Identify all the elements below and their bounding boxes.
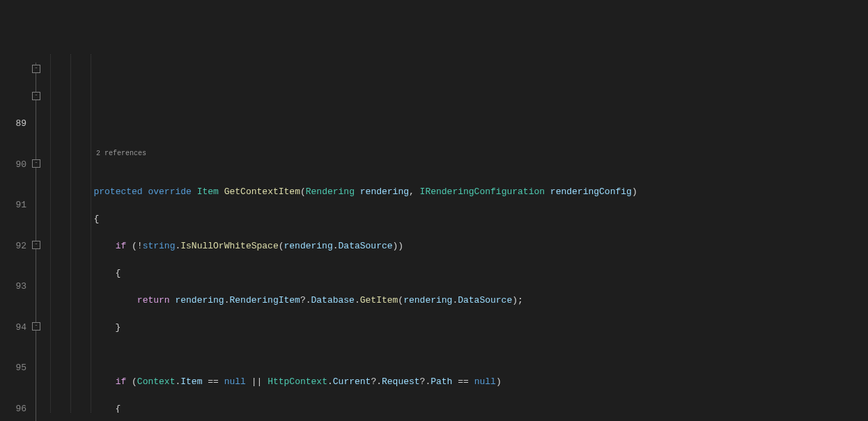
fold-toggle[interactable]: - <box>32 322 40 331</box>
code-line[interactable] <box>50 348 868 362</box>
code-line[interactable]: { <box>50 212 868 226</box>
code-line[interactable]: if (Context.Item == null || HttpContext.… <box>50 375 868 389</box>
code-line[interactable]: protected override Item GetContextItem(R… <box>50 185 868 199</box>
line-number: 92 <box>0 239 26 253</box>
horizontal-scrollbar[interactable] <box>50 413 868 421</box>
line-number: 93 <box>0 280 26 294</box>
line-number: 91 <box>0 198 26 212</box>
fold-toggle[interactable]: - <box>32 92 40 100</box>
line-number: 94 <box>0 321 26 335</box>
line-number: 90 <box>0 158 26 172</box>
code-editor[interactable]: 89 90 91 92 93 94 95 96 97 98 99 100 101… <box>0 54 868 421</box>
code-line[interactable]: } <box>50 321 868 335</box>
code-line[interactable]: return rendering.RenderingItem?.Database… <box>50 294 868 308</box>
line-number-gutter: 89 90 91 92 93 94 95 96 97 98 99 100 101… <box>0 54 32 421</box>
line-number: 89 <box>0 117 26 131</box>
fold-toggle[interactable]: - <box>32 65 40 73</box>
code-line[interactable]: { <box>50 267 868 280</box>
line-number: 95 <box>0 361 26 375</box>
fold-toggle[interactable]: - <box>32 159 40 168</box>
fold-toggle[interactable]: - <box>32 241 40 249</box>
code-line[interactable]: if (!string.IsNullOrWhiteSpace(rendering… <box>50 239 868 253</box>
fold-margin: - - - - - <box>32 54 50 421</box>
codelens-references[interactable]: 2 references <box>50 150 868 158</box>
line-number: 96 <box>0 402 26 416</box>
code-area[interactable]: 2 references protected override Item Get… <box>50 54 868 421</box>
